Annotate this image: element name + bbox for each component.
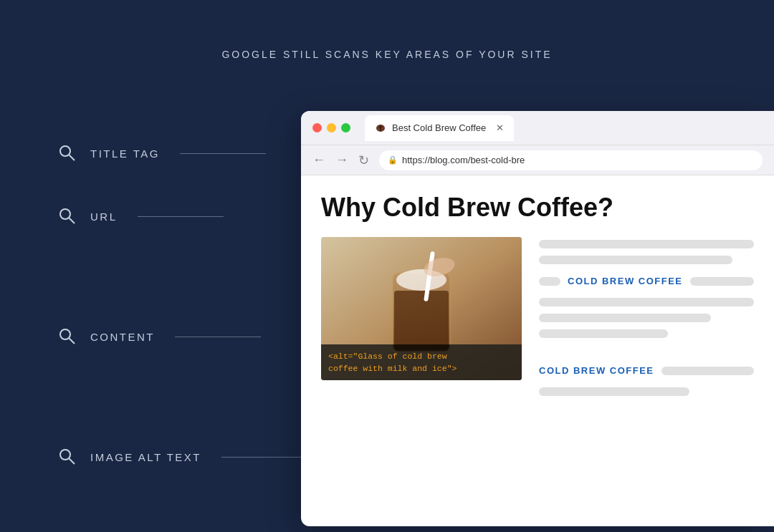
sidebar-item-content: CONTENT <box>57 305 307 368</box>
address-bar[interactable]: 🔒 https://blog.com/best-cold-bre <box>379 150 763 170</box>
sidebar-divider-title-tag <box>180 153 266 154</box>
lock-icon: 🔒 <box>388 155 398 165</box>
svg-point-6 <box>60 450 70 460</box>
text-line-1 <box>539 240 754 248</box>
search-icon-url <box>57 206 77 226</box>
browser-mockup: Best Cold Brew Coffee ✕ ← → ↻ 🔒 https://… <box>301 111 774 526</box>
keyword-suffix-1 <box>690 277 755 286</box>
sidebar-label-content: CONTENT <box>90 331 155 343</box>
sidebar: TITLE TAG URL CONTENT IMAGE ALT TEXT <box>57 122 307 488</box>
sidebar-divider-image-alt <box>221 457 307 458</box>
tab-title-text: Best Cold Brew Coffee <box>392 122 486 133</box>
content-area: <alt="Glass of cold brew coffee with mil… <box>321 237 754 396</box>
text-line-5 <box>539 329 668 338</box>
browser-maximize-dot[interactable] <box>341 123 350 132</box>
svg-rect-13 <box>394 291 449 350</box>
svg-point-4 <box>60 329 70 339</box>
browser-traffic-lights <box>312 123 350 132</box>
svg-line-3 <box>70 218 75 224</box>
svg-point-2 <box>60 209 70 219</box>
svg-line-5 <box>70 339 75 344</box>
sidebar-label-url: URL <box>90 211 118 223</box>
sidebar-item-url: URL <box>57 185 307 248</box>
sidebar-item-image-alt-text: IMAGE ALT TEXT <box>57 425 307 488</box>
keyword-row-2: COLD BREW COFFEE <box>539 362 754 379</box>
back-button[interactable]: ← <box>312 153 325 168</box>
refresh-button[interactable]: ↻ <box>358 153 369 168</box>
sidebar-divider-content <box>175 337 261 337</box>
browser-addressbar: ← → ↻ 🔒 https://blog.com/best-cold-bre <box>301 145 774 175</box>
alt-text-line1: <alt="Glass of cold brew <box>328 352 447 361</box>
alt-text-line2: coffee with milk and ice"> <box>328 364 457 373</box>
keyword-suffix-2 <box>661 367 755 375</box>
keyword-cold-brew-1: COLD BREW COFFEE <box>568 276 683 286</box>
alt-text-overlay: <alt="Glass of cold brew coffee with mil… <box>321 344 522 381</box>
search-icon-content <box>57 327 77 347</box>
svg-line-7 <box>70 459 75 465</box>
page-header-text: GOOGLE STILL SCANS KEY AREAS OF YOUR SIT… <box>0 49 774 60</box>
address-url: https://blog.com/best-cold-bre <box>402 155 525 165</box>
forward-button[interactable]: → <box>335 153 348 168</box>
sidebar-divider-url <box>138 216 224 217</box>
text-line-3 <box>539 298 754 306</box>
tab-favicon-icon <box>375 122 386 134</box>
browser-content: Why Cold Brew Coffee? <box>301 175 774 526</box>
svg-point-0 <box>60 146 70 156</box>
search-icon-image-alt <box>57 447 77 467</box>
keyword-prefix-1 <box>539 277 560 286</box>
browser-close-dot[interactable] <box>312 123 322 132</box>
browser-chrome: Best Cold Brew Coffee ✕ <box>301 111 774 145</box>
right-content: COLD BREW COFFEE COLD BREW COFFEE <box>539 237 754 396</box>
keyword-row-1: COLD BREW COFFEE <box>539 273 754 289</box>
keyword-cold-brew-2: COLD BREW COFFEE <box>539 365 654 376</box>
text-line-2 <box>539 256 732 264</box>
coffee-image-container: <alt="Glass of cold brew coffee with mil… <box>321 237 522 380</box>
sidebar-item-title-tag: TITLE TAG <box>57 122 307 185</box>
page-heading: Why Cold Brew Coffee? <box>321 193 754 223</box>
browser-tab[interactable]: Best Cold Brew Coffee ✕ <box>365 115 514 141</box>
search-icon-title-tag <box>57 143 77 163</box>
text-line-4 <box>539 314 711 322</box>
sidebar-label-image-alt: IMAGE ALT TEXT <box>90 451 201 463</box>
text-line-6 <box>539 387 689 396</box>
browser-minimize-dot[interactable] <box>327 123 336 132</box>
tab-close-button[interactable]: ✕ <box>496 122 504 133</box>
sidebar-label-title-tag: TITLE TAG <box>90 147 160 160</box>
svg-line-1 <box>70 155 75 161</box>
